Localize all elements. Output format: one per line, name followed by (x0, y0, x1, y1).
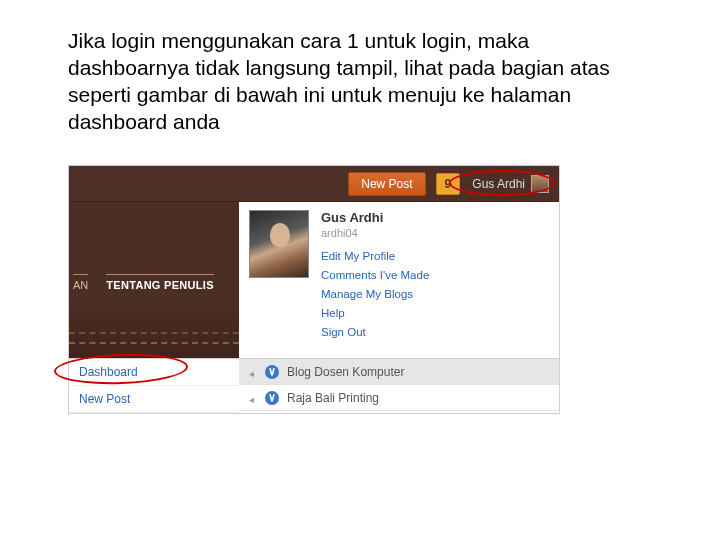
profile-info: Gus Ardhi ardhi04 (321, 210, 383, 239)
menu-edit-profile[interactable]: Edit My Profile (321, 250, 429, 262)
menu-comments[interactable]: Comments I've Made (321, 269, 429, 281)
left-link-list: Dashboard New Post (69, 359, 239, 413)
new-post-button[interactable]: New Post (348, 172, 425, 196)
profile-name: Gus Ardhi (321, 210, 383, 225)
profile-dropdown-panel: Gus Ardhi ardhi04 Edit My Profile Commen… (239, 202, 559, 358)
menu-help[interactable]: Help (321, 307, 429, 319)
blog-name: Raja Bali Printing (287, 391, 379, 405)
tab-tentang-penulis[interactable]: TENTANG PENULIS (106, 274, 214, 291)
blog-row[interactable]: ◂ Raja Bali Printing (239, 385, 559, 411)
instruction-text: Jika login menggunakan cara 1 untuk logi… (68, 28, 628, 136)
blog-left-pane: AN TENTANG PENULIS (69, 202, 239, 358)
profile-menu-list: Edit My Profile Comments I've Made Manag… (321, 250, 429, 338)
blog-name: Blog Dosen Komputer (287, 365, 404, 379)
user-chip[interactable]: Gus Ardhi (470, 173, 551, 195)
screenshot-body: AN TENTANG PENULIS Gus Ardhi ardhi04 Edi… (69, 202, 559, 358)
tab-partial[interactable]: AN (73, 274, 88, 291)
chevron-left-icon: ◂ (249, 368, 257, 376)
blog-tabs: AN TENTANG PENULIS (69, 274, 214, 291)
divider-dashed-icon (69, 332, 239, 334)
wordpress-icon (265, 391, 279, 405)
screenshot-panel: New Post 9 Gus Ardhi AN TENTANG PENULIS … (68, 165, 560, 414)
link-new-post[interactable]: New Post (69, 386, 239, 413)
profile-handle: ardhi04 (321, 227, 383, 239)
chevron-left-icon: ◂ (249, 394, 257, 402)
notification-badge[interactable]: 9 (436, 173, 461, 195)
divider-dashed-icon (69, 342, 239, 344)
avatar-small-icon (531, 175, 549, 193)
blog-row[interactable]: ◂ Blog Dosen Komputer (239, 359, 559, 385)
bottom-section: Dashboard New Post ◂ Blog Dosen Komputer… (69, 358, 559, 413)
blog-list: ◂ Blog Dosen Komputer ◂ Raja Bali Printi… (239, 359, 559, 411)
wordpress-icon (265, 365, 279, 379)
menu-sign-out[interactable]: Sign Out (321, 326, 429, 338)
avatar-large-icon (249, 210, 309, 278)
user-name-label: Gus Ardhi (472, 177, 525, 191)
blogger-topbar: New Post 9 Gus Ardhi (69, 166, 559, 202)
menu-manage-blogs[interactable]: Manage My Blogs (321, 288, 429, 300)
link-dashboard[interactable]: Dashboard (69, 359, 239, 386)
